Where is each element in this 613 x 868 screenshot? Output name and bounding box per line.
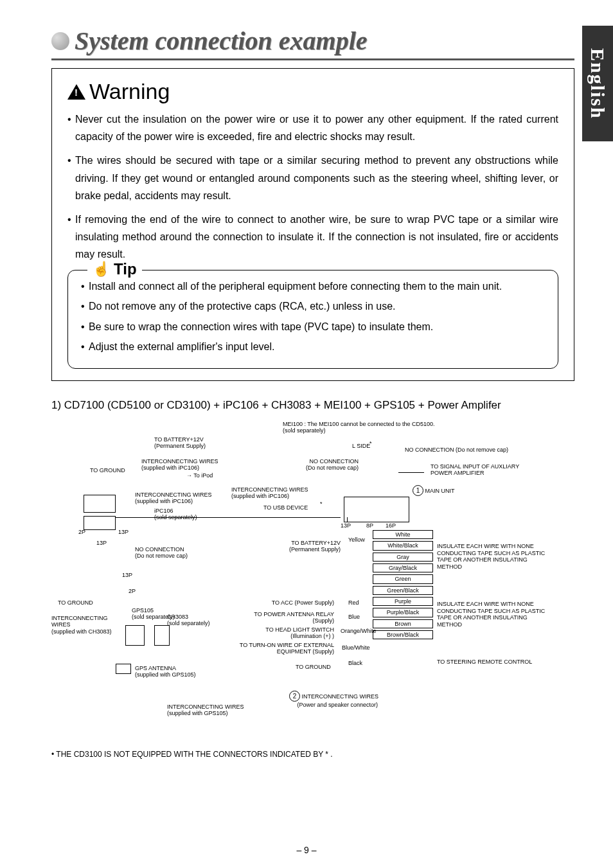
- tip-item: Install and connect all of the periphera…: [81, 278, 545, 295]
- 13p-label-b: 13P: [96, 540, 107, 546]
- yellow-label: Yellow: [348, 536, 365, 543]
- tip-item: Do not remove any of the protective caps…: [81, 298, 545, 315]
- 13p-bottom: 13P: [341, 522, 351, 529]
- gps-antenna-box: [116, 664, 131, 674]
- warning-heading: Warning: [67, 79, 558, 104]
- interconnect-gps: INTERCONNECTING WIRES(supplied with GPS1…: [167, 704, 244, 717]
- tip-heading-text: Tip: [114, 260, 137, 278]
- wire-color: Purple/Black: [373, 608, 433, 617]
- orange-white-label: Orange/White: [341, 628, 377, 634]
- footnote: • THE CD3100 IS NOT EQUIPPED WITH THE CO…: [51, 750, 574, 759]
- blue-label: Blue: [348, 614, 360, 620]
- asterisk-a: *: [369, 440, 372, 447]
- circle-2-icon: 2: [289, 691, 300, 702]
- warning-triangle-icon: [67, 84, 85, 100]
- wire-color: Brown/Black: [373, 630, 433, 639]
- wiring-diagram: MEI100 : The MEI100 cannot be connected …: [51, 421, 574, 742]
- to-usb-label: TO USB DEVICE: [263, 504, 308, 511]
- language-tab: English: [582, 26, 613, 141]
- warning-list: Never cut the insulation on the power wi…: [67, 111, 558, 263]
- steering-label: TO STEERING REMOTE CONTROL: [437, 659, 553, 666]
- wire-color: Gray/Black: [373, 563, 433, 572]
- wire-color: White/Black: [373, 541, 433, 550]
- wire-color: Brown: [373, 619, 433, 628]
- to-acc: TO ACC (Power Supply): [257, 599, 334, 606]
- warning-heading-text: Warning: [89, 79, 170, 104]
- ch3083-label: CH3083(sold separately): [167, 614, 210, 627]
- to-power-antenna: TO POWER ANTENNA RELAY (Supply): [244, 611, 334, 624]
- hand-icon: ☝: [93, 261, 110, 278]
- main-unit-label: 1 MAIN UNIT: [413, 485, 455, 496]
- 8p-bottom: 8P: [366, 522, 373, 529]
- interconnect-ch3083: INTERCONNECTING WIRES(supplied with CH30…: [51, 615, 112, 635]
- interconnect-ipc106-b: INTERCONNECTING WIRES(supplied with iPC1…: [135, 492, 212, 505]
- tip-item: Adjust the external amplifier's input le…: [81, 339, 545, 355]
- to-battery-label: TO BATTERY+12V(Permanent Supply): [154, 436, 206, 450]
- insulate-note-b: INSULATE EACH WIRE WITH NONE CONDUCTING …: [437, 601, 546, 628]
- title-bullet-icon: [51, 32, 69, 50]
- title-text: System connection example: [75, 26, 368, 56]
- interconnect-ipc106-c: INTERCONNECTING WIRES(supplied with iPC1…: [231, 486, 308, 500]
- to-headlight: TO HEAD LIGHT SWITCH (Illumination (+) ): [239, 626, 334, 640]
- no-connection-c: NO CONNECTION (Do not remove cap): [405, 447, 508, 453]
- blue-white-label: Blue/White: [342, 644, 370, 651]
- page-number: – 9 –: [0, 845, 613, 855]
- tip-heading: ☝ Tip: [87, 260, 142, 278]
- gps105-box: [125, 625, 145, 646]
- wire-color: Gray: [373, 553, 433, 562]
- to-ground-3: TO GROUND: [58, 599, 93, 606]
- no-connection-a: NO CONNECTION(Do not remove cap): [135, 546, 188, 560]
- tip-list: Install and connect all of the periphera…: [81, 278, 545, 355]
- tip-item: Be sure to wrap the connection wires wit…: [81, 319, 545, 335]
- main-unit-box: [344, 497, 409, 522]
- to-ground-2: TO GROUND: [296, 664, 331, 670]
- warning-item: If removing the end of the wire to conne…: [67, 211, 558, 263]
- ipc106-label: iPC106(sold separately): [154, 508, 197, 521]
- interconnect-ipc106-a: INTERCONNECTING WIRES(supplied with iPC1…: [141, 458, 218, 472]
- connector-box: [84, 516, 116, 530]
- 13p-label-c: 13P: [122, 572, 132, 578]
- ch3083-box: [154, 625, 170, 646]
- 2p-label: 2P: [78, 529, 85, 535]
- wire-color: White: [373, 530, 433, 539]
- to-ipod-label: → To iPod: [186, 472, 213, 479]
- insulate-note-a: INSULATE EACH WIRE WITH NONE CONDUCTING …: [437, 543, 546, 571]
- wire-color: Green/Black: [373, 586, 433, 595]
- section-heading: 1) CD7100 (CD5100 or CD3100) + iPC106 + …: [51, 399, 574, 412]
- 13p-label: 13P: [118, 529, 129, 535]
- black-label: Black: [348, 660, 362, 666]
- red-label: Red: [348, 599, 359, 606]
- l-side-label: L SIDE: [352, 443, 370, 449]
- interconnect-power-speaker: 2 INTERCONNECTING WIRES (Power and speak…: [289, 691, 378, 708]
- to-turnon: TO TURN-ON WIRE OF EXTERNAL EQUIPMENT (S…: [231, 642, 334, 655]
- ipc106-box: [84, 495, 116, 513]
- 2p-label-b: 2P: [129, 588, 136, 594]
- mei100-note: MEI100 : The MEI100 cannot be connected …: [283, 421, 435, 434]
- speaker-wire-list: White White/Black Gray Gray/Black Green …: [373, 530, 433, 641]
- page-title: System connection example: [51, 26, 574, 60]
- tip-box: ☝ Tip Install and connect all of the per…: [67, 270, 558, 369]
- signal-input-label: TO SIGNAL INPUT OF AUXLIARY POWER AMPLIF…: [431, 463, 540, 477]
- asterisk-b: *: [320, 500, 323, 507]
- 16p-bottom: 16P: [386, 522, 396, 529]
- warning-item: Never cut the insulation on the power wi…: [67, 111, 558, 145]
- circle-1-icon: 1: [413, 485, 423, 496]
- warning-item: The wires should be secured with tape or…: [67, 152, 558, 204]
- gps-antenna-label: GPS ANTENNA(supplied with GPS105): [135, 665, 196, 678]
- wire-color: Green: [373, 574, 433, 583]
- wire-color: Purple: [373, 597, 433, 606]
- to-ground-label: TO GROUND: [90, 467, 125, 474]
- no-connection-b: NO CONNECTION(Do not remove cap): [281, 458, 359, 472]
- to-battery-2: TO BATTERY+12V(Permanent Supply): [263, 540, 341, 553]
- warning-box: Warning Never cut the insulation on the …: [51, 68, 574, 381]
